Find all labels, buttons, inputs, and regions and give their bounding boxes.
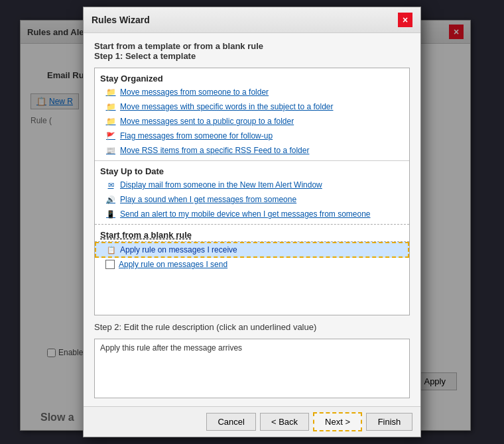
dialog-titlebar: Rules Wizard × — [84, 7, 420, 33]
rules-wizard-dialog: Rules Wizard × Start from a template or … — [83, 7, 421, 437]
blank-rule-item-send[interactable]: Apply rule on messages I send — [95, 258, 409, 271]
cancel-button[interactable]: Cancel — [206, 413, 255, 431]
rule-description-box: Apply this rule after the message arrive… — [94, 339, 410, 398]
template-item-2[interactable]: Move messages with specific words in the… — [95, 99, 409, 114]
sound-icon — [105, 194, 116, 205]
blank-rule-header: Start from a blank rule — [95, 227, 409, 242]
star-icon — [105, 180, 116, 190]
folder-icon-1 — [105, 87, 116, 97]
dialog-body: Start from a template or from a blank ru… — [84, 33, 420, 406]
template-item-3[interactable]: Move messages sent to a public group to … — [95, 114, 409, 129]
rss-icon — [105, 145, 116, 156]
checkbox-icon-send — [105, 260, 115, 269]
template-list: Stay Organized Move messages from someon… — [94, 68, 410, 315]
step2-label: Step 2: Edit the rule description (click… — [94, 322, 410, 332]
template-item-4[interactable]: Flag messages from someone for follow-up — [95, 129, 409, 143]
template-item-8[interactable]: Send an alert to my mobile device when I… — [95, 207, 409, 221]
rule-icon-receive — [107, 245, 116, 254]
dialog-intro: Start from a template or from a blank ru… — [94, 41, 410, 61]
section-stay-organized: Stay Organized — [95, 71, 409, 85]
dialog-close-button[interactable]: × — [398, 13, 412, 27]
template-item-1[interactable]: Move messages from someone to a folder — [95, 85, 409, 99]
template-item-7[interactable]: Play a sound when I get messages from so… — [95, 192, 409, 207]
flag-icon — [105, 131, 116, 141]
dialog-footer: Cancel < Back Next > Finish — [84, 406, 420, 437]
dialog-title: Rules Wizard — [92, 15, 150, 25]
template-item-6[interactable]: Display mail from someone in the New Ite… — [95, 178, 409, 192]
rule-description-text: Apply this rule after the message arrive… — [100, 343, 242, 353]
folder-icon-3 — [105, 116, 116, 127]
folder-icon-2 — [105, 101, 116, 112]
phone-icon — [105, 209, 116, 219]
finish-button[interactable]: Finish — [366, 413, 412, 431]
blank-rule-item-receive[interactable]: Apply rule on messages I receive — [95, 242, 409, 258]
next-button[interactable]: Next > — [313, 412, 362, 431]
section-stay-up-to-date: Stay Up to Date — [95, 164, 409, 178]
back-button[interactable]: < Back — [260, 413, 309, 431]
template-item-5[interactable]: Move RSS items from a specific RSS Feed … — [95, 143, 409, 158]
